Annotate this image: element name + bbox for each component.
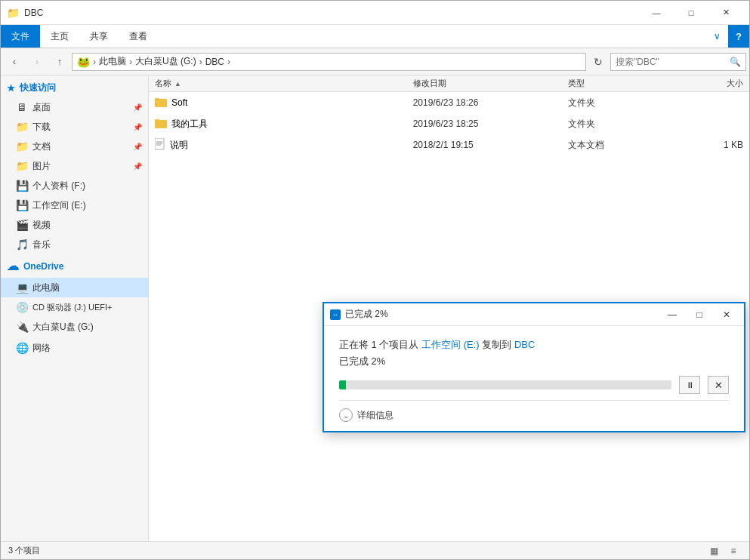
table-row[interactable]: 说明 2018/2/1 19:15 文本文档 1 KB — [149, 134, 749, 155]
search-input[interactable] — [616, 57, 727, 67]
chevron-down-icon: ⌄ — [343, 411, 349, 420]
dialog-source-link[interactable]: 工作空间 (E:) — [421, 339, 480, 350]
file-name-cell: Soft — [155, 97, 413, 109]
svg-rect-2 — [155, 98, 159, 100]
onedrive-section: ☁ OneDrive — [1, 256, 148, 276]
breadcrumb-icon: 🐸 — [77, 56, 90, 68]
tab-home[interactable]: 主页 — [40, 25, 79, 48]
usb-label: 大白菜U盘 (G:) — [32, 321, 94, 334]
onedrive-header[interactable]: ☁ OneDrive — [1, 256, 148, 276]
window-icon: 📁 — [7, 7, 20, 19]
dialog-close-button[interactable]: ✕ — [715, 305, 738, 325]
tab-share[interactable]: 共享 — [79, 25, 119, 48]
network-icon: 🌐 — [16, 342, 28, 354]
sidebar-item-docs[interactable]: 📁 文档 📌 — [1, 137, 148, 156]
pin-icon: 📌 — [133, 143, 142, 151]
table-row[interactable]: 我的工具 2019/6/23 18:25 文件夹 — [149, 113, 749, 134]
dialog-maximize-button[interactable]: □ — [688, 305, 711, 325]
music-label: 音乐 — [32, 238, 51, 251]
onedrive-label: OneDrive — [23, 261, 63, 272]
thispc-section: 💻 此电脑 💿 CD 驱动器 (J:) UEFI+ 🔌 大白菜U盘 (G:) — [1, 278, 148, 337]
address-box[interactable]: 🐸 › 此电脑 › 大白菜U盘 (G:) › DBC › — [72, 53, 586, 71]
downloads-label: 下载 — [32, 121, 51, 134]
titlebar-controls: — □ ✕ — [639, 1, 743, 25]
sidebar-item-usb[interactable]: 🔌 大白菜U盘 (G:) — [1, 317, 148, 337]
file-name-label: Soft — [171, 97, 187, 108]
sidebar-item-thispc[interactable]: 💻 此电脑 — [1, 278, 148, 297]
file-icon — [155, 138, 165, 152]
sidebar-item-downloads[interactable]: 📁 下载 📌 — [1, 117, 148, 137]
sidebar-item-e-drive[interactable]: 💾 工作空间 (E:) — [1, 195, 148, 215]
onedrive-icon: ☁ — [7, 259, 19, 273]
col-date-header[interactable]: 修改日期 — [413, 78, 568, 89]
file-header: 名称 ▲ 修改日期 类型 大小 — [149, 75, 749, 92]
sidebar-item-cd-drive[interactable]: 💿 CD 驱动器 (J:) UEFI+ — [1, 297, 148, 317]
col-size-header[interactable]: 大小 — [671, 78, 743, 89]
svg-rect-4 — [155, 119, 159, 122]
minimize-button[interactable]: — — [639, 1, 674, 25]
sidebar-item-network[interactable]: 🌐 网络 — [1, 338, 148, 358]
breadcrumb: 🐸 › 此电脑 › 大白菜U盘 (G:) › DBC › — [77, 55, 230, 68]
up-button[interactable]: ↑ — [49, 51, 70, 72]
sidebar-item-music[interactable]: 🎵 音乐 — [1, 235, 148, 254]
table-row[interactable]: Soft 2019/6/23 18:26 文件夹 — [149, 92, 749, 113]
e-drive-label: 工作空间 (E:) — [32, 199, 86, 212]
sidebar-item-videos[interactable]: 🎬 视频 — [1, 215, 148, 235]
pictures-icon: 📁 — [16, 160, 28, 172]
col-size-label: 大小 — [727, 78, 743, 89]
expand-details-icon: ⌄ — [339, 408, 353, 422]
refresh-button[interactable]: ↻ — [588, 51, 609, 72]
dialog-body: 正在将 1 个项目从 工作空间 (E:) 复制到 DBC 已完成 2% — [324, 326, 744, 431]
drive-e-icon: 💾 — [16, 199, 28, 211]
explorer-window: 📁 DBC — □ ✕ 文件 主页 共享 查看 ∨ ? ‹ › ↑ — [0, 0, 750, 560]
breadcrumb-drive[interactable]: 大白菜U盘 (G:) — [135, 55, 196, 68]
maximize-button[interactable]: □ — [674, 1, 708, 25]
main-area: ★ 快速访问 🖥 桌面 📌 📁 下载 📌 📁 文档 📌 — [1, 75, 749, 541]
dialog-cancel-button[interactable]: ✕ — [708, 376, 729, 394]
col-name-header[interactable]: 名称 ▲ — [155, 78, 413, 89]
quick-access-label: 快速访问 — [20, 82, 56, 94]
sidebar-item-pictures[interactable]: 📁 图片 📌 — [1, 156, 148, 176]
back-button[interactable]: ‹ — [4, 51, 25, 72]
close-button[interactable]: ✕ — [708, 1, 743, 25]
dialog-copy-icon: ↔ — [330, 309, 341, 320]
dialog-minimize-button[interactable]: — — [661, 305, 684, 325]
quick-access-header[interactable]: ★ 快速访问 — [1, 78, 148, 97]
statusbar: 3 个项目 ▦ ≡ — [1, 541, 749, 559]
forward-button[interactable]: › — [26, 51, 48, 72]
dialog-titlebar: ↔ 已完成 2% — □ ✕ — [324, 303, 744, 326]
file-type-cell: 文件夹 — [568, 118, 671, 131]
col-name-label: 名称 — [155, 78, 171, 89]
sidebar-item-f-drive[interactable]: 💾 个人资料 (F:) — [1, 176, 148, 195]
folder-icon — [155, 97, 167, 109]
progress-bar-wrap — [339, 380, 671, 389]
pause-button[interactable]: ⏸ — [679, 376, 700, 394]
view-list-button[interactable]: ≡ — [725, 543, 742, 559]
view-grid-button[interactable]: ▦ — [705, 543, 722, 559]
status-count: 3 个项目 — [8, 545, 40, 556]
dialog-progress-row: ⏸ ✕ — [339, 376, 729, 394]
file-name-label: 我的工具 — [171, 118, 208, 131]
col-date-label: 修改日期 — [413, 78, 446, 89]
ribbon-expand-button[interactable]: ∨ — [705, 25, 728, 48]
file-name-cell: 我的工具 — [155, 118, 413, 131]
quick-access-section: ★ 快速访问 🖥 桌面 📌 📁 下载 📌 📁 文档 📌 — [1, 78, 148, 254]
breadcrumb-folder[interactable]: DBC — [205, 57, 224, 67]
file-type-cell: 文件夹 — [568, 97, 671, 109]
tab-view[interactable]: 查看 — [119, 25, 158, 48]
dialog-dest-link[interactable]: DBC — [514, 339, 535, 350]
help-icon: ? — [736, 31, 742, 42]
help-button[interactable]: ? — [728, 25, 749, 48]
addressbar: ‹ › ↑ 🐸 › 此电脑 › 大白菜U盘 (G:) › DBC › ↻ 🔍 — [1, 48, 749, 75]
tab-file[interactable]: 文件 — [1, 25, 40, 48]
desktop-icon: 🖥 — [16, 101, 28, 113]
folder-icon — [155, 118, 167, 131]
ribbon-tabs: 文件 主页 共享 查看 ∨ ? — [1, 25, 749, 48]
dialog-details[interactable]: ⌄ 详细信息 — [339, 400, 729, 422]
sidebar-item-desktop[interactable]: 🖥 桌面 📌 — [1, 97, 148, 117]
music-icon: 🎵 — [16, 238, 28, 251]
details-label: 详细信息 — [357, 409, 394, 422]
desktop-label: 桌面 — [32, 101, 51, 114]
col-type-header[interactable]: 类型 — [568, 78, 671, 89]
breadcrumb-pc[interactable]: 此电脑 — [99, 55, 126, 68]
